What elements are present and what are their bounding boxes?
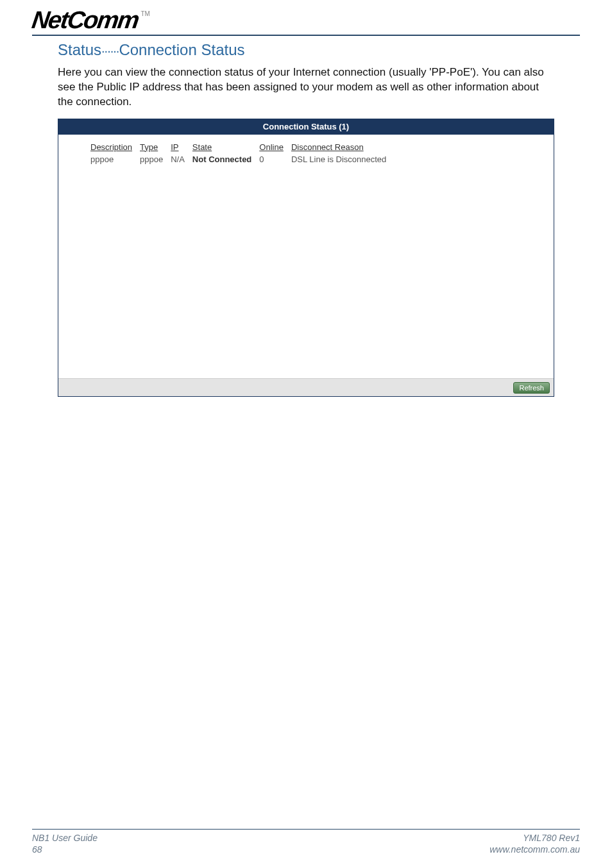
- breadcrumb-section: Status: [58, 41, 101, 58]
- refresh-button[interactable]: Refresh: [513, 382, 550, 394]
- logo-text: NetComm: [30, 8, 140, 32]
- col-reason: Disconnect Reason: [291, 141, 394, 153]
- cell-state: Not Connected: [192, 153, 259, 165]
- breadcrumb: Status······Connection Status: [58, 41, 580, 59]
- col-type: Type: [140, 141, 171, 153]
- intro-text: Here you can view the connection status …: [58, 65, 554, 110]
- cell-ip: N/A: [171, 153, 192, 165]
- panel-body: Description Type IP State Online Disconn…: [58, 135, 554, 378]
- panel-title: Connection Status (1): [58, 119, 554, 135]
- header-divider: [32, 35, 580, 36]
- footer-page-number: 68: [32, 844, 98, 855]
- footer-guide-title: NB1 User Guide: [32, 832, 98, 844]
- footer-divider: [32, 829, 580, 830]
- breadcrumb-page: Connection Status: [119, 41, 244, 58]
- col-state: State: [192, 141, 259, 153]
- table-header-row: Description Type IP State Online Disconn…: [90, 141, 394, 153]
- page-footer: NB1 User Guide 68 YML780 Rev1 www.netcom…: [32, 829, 580, 855]
- trademark-icon: TM: [140, 10, 149, 17]
- footer-url: www.netcomm.com.au: [489, 844, 580, 855]
- connection-status-panel: Connection Status (1) Description Type I…: [58, 119, 554, 397]
- col-description: Description: [90, 141, 140, 153]
- col-online: Online: [259, 141, 291, 153]
- logo: NetComm TM: [32, 8, 580, 32]
- connection-table: Description Type IP State Online Disconn…: [90, 141, 394, 165]
- cell-type: pppoe: [140, 153, 171, 165]
- panel-footer: Refresh: [58, 378, 554, 396]
- table-row: pppoe pppoe N/A Not Connected 0 DSL Line…: [90, 153, 394, 165]
- cell-description: pppoe: [90, 153, 140, 165]
- footer-revision: YML780 Rev1: [489, 832, 580, 844]
- cell-online: 0: [259, 153, 291, 165]
- footer-right: YML780 Rev1 www.netcomm.com.au: [489, 832, 580, 855]
- col-ip: IP: [171, 141, 192, 153]
- breadcrumb-separator-icon: ······: [101, 44, 119, 58]
- cell-reason: DSL Line is Disconnected: [291, 153, 394, 165]
- footer-left: NB1 User Guide 68: [32, 832, 98, 855]
